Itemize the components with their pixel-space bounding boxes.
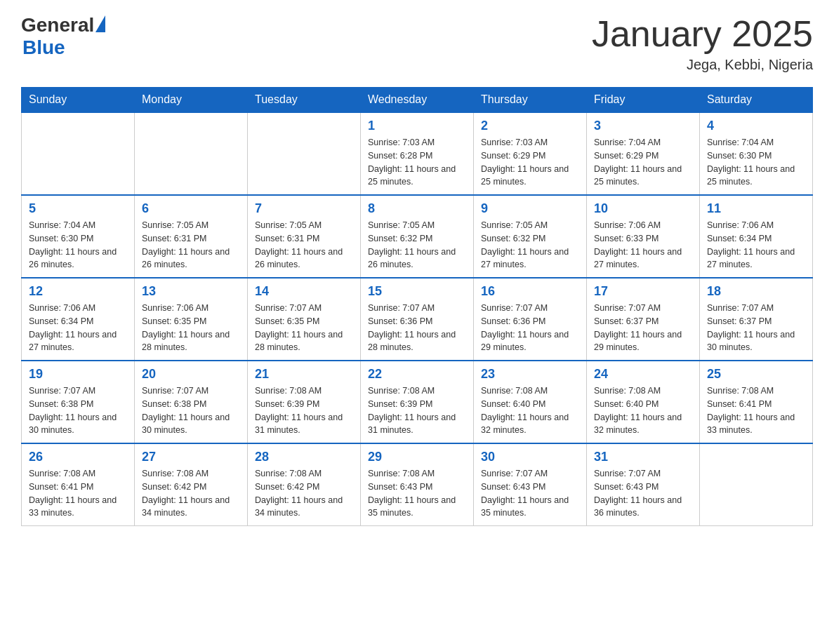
calendar-cell: 5Sunrise: 7:04 AM Sunset: 6:30 PM Daylig…: [22, 195, 135, 278]
calendar-cell: 13Sunrise: 7:06 AM Sunset: 6:35 PM Dayli…: [135, 278, 248, 361]
calendar-cell: [22, 112, 135, 195]
day-info: Sunrise: 7:07 AM Sunset: 6:36 PM Dayligh…: [481, 302, 579, 354]
title-block: January 2025 Jega, Kebbi, Nigeria: [592, 14, 813, 73]
day-info: Sunrise: 7:08 AM Sunset: 6:42 PM Dayligh…: [142, 467, 240, 520]
day-number: 5: [29, 201, 127, 216]
calendar-cell: 16Sunrise: 7:07 AM Sunset: 6:36 PM Dayli…: [474, 278, 587, 361]
day-number: 8: [368, 201, 466, 216]
day-number: 17: [594, 284, 692, 299]
day-info: Sunrise: 7:08 AM Sunset: 6:41 PM Dayligh…: [707, 384, 805, 437]
calendar-cell: 8Sunrise: 7:05 AM Sunset: 6:32 PM Daylig…: [361, 195, 474, 278]
calendar-cell: 17Sunrise: 7:07 AM Sunset: 6:37 PM Dayli…: [587, 278, 700, 361]
day-info: Sunrise: 7:07 AM Sunset: 6:37 PM Dayligh…: [707, 302, 805, 354]
day-number: 28: [255, 450, 353, 464]
calendar-subtitle: Jega, Kebbi, Nigeria: [592, 57, 813, 73]
day-number: 15: [368, 284, 466, 299]
calendar-cell: 19Sunrise: 7:07 AM Sunset: 6:38 PM Dayli…: [22, 361, 135, 443]
calendar-title: January 2025: [592, 14, 813, 54]
day-number: 27: [142, 450, 240, 464]
day-info: Sunrise: 7:08 AM Sunset: 6:41 PM Dayligh…: [29, 467, 127, 520]
day-number: 13: [142, 284, 240, 299]
calendar-cell: 31Sunrise: 7:07 AM Sunset: 6:43 PM Dayli…: [587, 443, 700, 526]
logo-general-text: General: [21, 14, 94, 36]
calendar-cell: 21Sunrise: 7:08 AM Sunset: 6:39 PM Dayli…: [248, 361, 361, 443]
day-number: 19: [29, 367, 127, 382]
day-number: 21: [255, 367, 353, 382]
logo-line1: General: [21, 14, 105, 36]
day-number: 29: [368, 450, 466, 464]
weekday-header-tuesday: Tuesday: [248, 88, 361, 113]
day-info: Sunrise: 7:05 AM Sunset: 6:31 PM Dayligh…: [255, 219, 353, 271]
calendar-cell: 7Sunrise: 7:05 AM Sunset: 6:31 PM Daylig…: [248, 195, 361, 278]
day-number: 25: [707, 367, 805, 382]
day-info: Sunrise: 7:07 AM Sunset: 6:37 PM Dayligh…: [594, 302, 692, 354]
day-number: 6: [142, 201, 240, 216]
calendar-cell: [248, 112, 361, 195]
day-number: 12: [29, 284, 127, 299]
calendar-cell: 1Sunrise: 7:03 AM Sunset: 6:28 PM Daylig…: [361, 112, 474, 195]
calendar-cell: 29Sunrise: 7:08 AM Sunset: 6:43 PM Dayli…: [361, 443, 474, 526]
day-number: 24: [594, 367, 692, 382]
logo-blue-text: Blue: [22, 36, 105, 59]
calendar-cell: 22Sunrise: 7:08 AM Sunset: 6:39 PM Dayli…: [361, 361, 474, 443]
day-info: Sunrise: 7:07 AM Sunset: 6:36 PM Dayligh…: [368, 302, 466, 354]
calendar-week-5: 26Sunrise: 7:08 AM Sunset: 6:41 PM Dayli…: [22, 443, 813, 526]
calendar-cell: 3Sunrise: 7:04 AM Sunset: 6:29 PM Daylig…: [587, 112, 700, 195]
day-number: 14: [255, 284, 353, 299]
day-number: 9: [481, 201, 579, 216]
day-info: Sunrise: 7:08 AM Sunset: 6:40 PM Dayligh…: [594, 384, 692, 437]
day-number: 23: [481, 367, 579, 382]
day-number: 26: [29, 450, 127, 464]
calendar-week-2: 5Sunrise: 7:04 AM Sunset: 6:30 PM Daylig…: [22, 195, 813, 278]
day-info: Sunrise: 7:04 AM Sunset: 6:29 PM Dayligh…: [594, 136, 692, 189]
calendar-cell: 12Sunrise: 7:06 AM Sunset: 6:34 PM Dayli…: [22, 278, 135, 361]
calendar-cell: 18Sunrise: 7:07 AM Sunset: 6:37 PM Dayli…: [700, 278, 813, 361]
calendar-cell: 9Sunrise: 7:05 AM Sunset: 6:32 PM Daylig…: [474, 195, 587, 278]
calendar-cell: 25Sunrise: 7:08 AM Sunset: 6:41 PM Dayli…: [700, 361, 813, 443]
day-number: 1: [368, 119, 466, 133]
calendar-cell: 15Sunrise: 7:07 AM Sunset: 6:36 PM Dayli…: [361, 278, 474, 361]
day-info: Sunrise: 7:07 AM Sunset: 6:43 PM Dayligh…: [481, 467, 579, 520]
calendar-cell: 30Sunrise: 7:07 AM Sunset: 6:43 PM Dayli…: [474, 443, 587, 526]
weekday-header-friday: Friday: [587, 88, 700, 113]
day-info: Sunrise: 7:06 AM Sunset: 6:33 PM Dayligh…: [594, 219, 692, 271]
day-info: Sunrise: 7:03 AM Sunset: 6:28 PM Dayligh…: [368, 136, 466, 189]
calendar-week-4: 19Sunrise: 7:07 AM Sunset: 6:38 PM Dayli…: [22, 361, 813, 443]
weekday-header-saturday: Saturday: [700, 88, 813, 113]
day-number: 31: [594, 450, 692, 464]
day-info: Sunrise: 7:08 AM Sunset: 6:39 PM Dayligh…: [255, 384, 353, 437]
calendar-week-3: 12Sunrise: 7:06 AM Sunset: 6:34 PM Dayli…: [22, 278, 813, 361]
day-number: 18: [707, 284, 805, 299]
day-info: Sunrise: 7:05 AM Sunset: 6:32 PM Dayligh…: [481, 219, 579, 271]
day-info: Sunrise: 7:07 AM Sunset: 6:43 PM Dayligh…: [594, 467, 692, 520]
day-info: Sunrise: 7:04 AM Sunset: 6:30 PM Dayligh…: [707, 136, 805, 189]
calendar-cell: 26Sunrise: 7:08 AM Sunset: 6:41 PM Dayli…: [22, 443, 135, 526]
calendar-cell: 24Sunrise: 7:08 AM Sunset: 6:40 PM Dayli…: [587, 361, 700, 443]
calendar-cell: 14Sunrise: 7:07 AM Sunset: 6:35 PM Dayli…: [248, 278, 361, 361]
weekday-header-wednesday: Wednesday: [361, 88, 474, 113]
weekday-header-row: SundayMondayTuesdayWednesdayThursdayFrid…: [22, 88, 813, 113]
day-number: 16: [481, 284, 579, 299]
calendar-cell: 23Sunrise: 7:08 AM Sunset: 6:40 PM Dayli…: [474, 361, 587, 443]
logo: General Blue: [21, 14, 105, 59]
day-info: Sunrise: 7:07 AM Sunset: 6:35 PM Dayligh…: [255, 302, 353, 354]
day-info: Sunrise: 7:08 AM Sunset: 6:39 PM Dayligh…: [368, 384, 466, 437]
day-info: Sunrise: 7:07 AM Sunset: 6:38 PM Dayligh…: [142, 384, 240, 437]
calendar-cell: 27Sunrise: 7:08 AM Sunset: 6:42 PM Dayli…: [135, 443, 248, 526]
day-info: Sunrise: 7:06 AM Sunset: 6:34 PM Dayligh…: [29, 302, 127, 354]
day-number: 10: [594, 201, 692, 216]
calendar-cell: 2Sunrise: 7:03 AM Sunset: 6:29 PM Daylig…: [474, 112, 587, 195]
day-info: Sunrise: 7:05 AM Sunset: 6:32 PM Dayligh…: [368, 219, 466, 271]
day-info: Sunrise: 7:06 AM Sunset: 6:34 PM Dayligh…: [707, 219, 805, 271]
day-number: 30: [481, 450, 579, 464]
page-header: General Blue January 2025 Jega, Kebbi, N…: [21, 14, 813, 73]
day-number: 7: [255, 201, 353, 216]
calendar-cell: 20Sunrise: 7:07 AM Sunset: 6:38 PM Dayli…: [135, 361, 248, 443]
day-info: Sunrise: 7:03 AM Sunset: 6:29 PM Dayligh…: [481, 136, 579, 189]
day-number: 2: [481, 119, 579, 133]
calendar-cell: 28Sunrise: 7:08 AM Sunset: 6:42 PM Dayli…: [248, 443, 361, 526]
day-info: Sunrise: 7:08 AM Sunset: 6:40 PM Dayligh…: [481, 384, 579, 437]
logo-wrapper: General Blue: [21, 14, 105, 59]
calendar-header: SundayMondayTuesdayWednesdayThursdayFrid…: [22, 88, 813, 113]
day-number: 4: [707, 119, 805, 133]
